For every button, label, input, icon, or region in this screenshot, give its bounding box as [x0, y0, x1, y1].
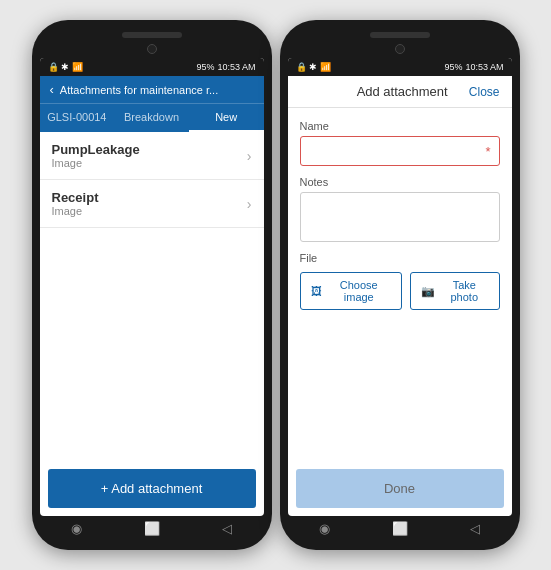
attachment-list: PumpLeakage Image › Receipt Image ›: [40, 132, 264, 297]
attachment-item-pump[interactable]: PumpLeakage Image ›: [40, 132, 264, 180]
left-nav-bar: ‹ Attachments for maintenance r...: [40, 76, 264, 103]
camera-icon: 📷: [421, 285, 435, 298]
name-input[interactable]: *: [300, 136, 500, 166]
left-status-bar: 🔒 ✱ 📶 95% 10:53 AM: [40, 58, 264, 76]
add-attachment-header: Add attachment Close: [288, 76, 512, 108]
left-time: 10:53 AM: [217, 62, 255, 72]
left-home-icon2[interactable]: ⬜: [144, 521, 160, 536]
add-attachment-button[interactable]: + Add attachment: [48, 469, 256, 508]
add-attachment-title: Add attachment: [336, 84, 469, 99]
notes-field-group: Notes: [300, 176, 500, 242]
choose-image-label: Choose image: [327, 279, 392, 303]
left-phone: 🔒 ✱ 📶 95% 10:53 AM ‹ Attachments for mai…: [32, 20, 272, 550]
left-home-icon3[interactable]: ◁: [222, 521, 232, 536]
pump-chevron-icon: ›: [247, 148, 252, 164]
right-home-icon3[interactable]: ◁: [470, 521, 480, 536]
left-battery: 95%: [196, 62, 214, 72]
nav-title: Attachments for maintenance r...: [60, 84, 218, 96]
back-arrow-icon[interactable]: ‹: [50, 82, 54, 97]
right-home-icon2[interactable]: ⬜: [392, 521, 408, 536]
right-phone-notch: [370, 32, 430, 38]
right-phone-screen: 🔒 ✱ 📶 95% 10:53 AM Add attachment Close …: [288, 58, 512, 516]
tab-bar: GLSI-00014 Breakdown New: [40, 103, 264, 132]
attachment-pump-title: PumpLeakage: [52, 142, 140, 157]
right-home-bar: ◉ ⬜ ◁: [288, 516, 512, 538]
tab-glsi[interactable]: GLSI-00014: [40, 104, 115, 132]
phone-camera: [147, 44, 157, 54]
take-photo-button[interactable]: 📷 Take photo: [410, 272, 499, 310]
attachment-pump-type: Image: [52, 157, 140, 169]
left-status-right: 95% 10:53 AM: [196, 62, 255, 72]
right-battery: 95%: [444, 62, 462, 72]
left-home-icon1[interactable]: ◉: [71, 521, 82, 536]
right-status-right: 95% 10:53 AM: [444, 62, 503, 72]
attachment-receipt-title: Receipt: [52, 190, 99, 205]
left-phone-screen: 🔒 ✱ 📶 95% 10:53 AM ‹ Attachments for mai…: [40, 58, 264, 516]
notes-label: Notes: [300, 176, 500, 188]
choose-image-button[interactable]: 🖼 Choose image: [300, 272, 403, 310]
tab-breakdown[interactable]: Breakdown: [114, 104, 189, 132]
right-time: 10:53 AM: [465, 62, 503, 72]
phone-notch: [122, 32, 182, 38]
receipt-chevron-icon: ›: [247, 196, 252, 212]
name-field-group: Name *: [300, 120, 500, 166]
take-photo-label: Take photo: [440, 279, 488, 303]
left-status-icons: 🔒 ✱ 📶: [48, 62, 83, 72]
close-button[interactable]: Close: [469, 85, 500, 99]
notes-textarea[interactable]: [300, 192, 500, 242]
file-buttons-container: 🖼 Choose image 📷 Take photo: [300, 272, 500, 310]
tab-new[interactable]: New: [189, 104, 264, 132]
right-phone-camera: [395, 44, 405, 54]
attachment-item-receipt[interactable]: Receipt Image ›: [40, 180, 264, 228]
right-status-icons: 🔒 ✱ 📶: [296, 62, 331, 72]
attachment-receipt-type: Image: [52, 205, 99, 217]
done-button[interactable]: Done: [296, 469, 504, 508]
file-label: File: [300, 252, 500, 264]
image-icon: 🖼: [311, 285, 322, 297]
name-label: Name: [300, 120, 500, 132]
right-home-icon1[interactable]: ◉: [319, 521, 330, 536]
file-section-group: File 🖼 Choose image 📷 Take photo: [300, 252, 500, 310]
right-status-bar: 🔒 ✱ 📶 95% 10:53 AM: [288, 58, 512, 76]
left-home-bar: ◉ ⬜ ◁: [40, 516, 264, 538]
right-phone: 🔒 ✱ 📶 95% 10:53 AM Add attachment Close …: [280, 20, 520, 550]
required-star-icon: *: [485, 144, 490, 159]
form-body: Name * Notes File 🖼 Choose i: [288, 108, 512, 469]
